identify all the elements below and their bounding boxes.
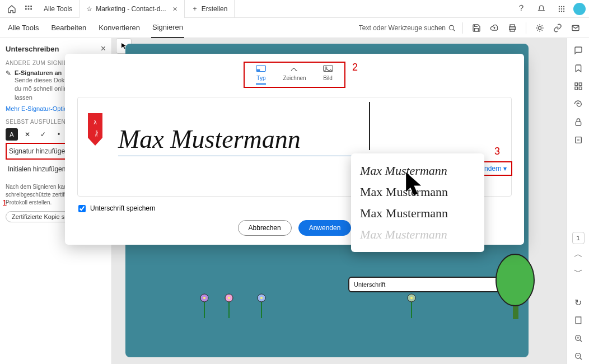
page-number[interactable]: 1 (572, 232, 585, 244)
search-input[interactable]: Text oder Werkzeuge suchen (359, 24, 456, 32)
svg-rect-38 (576, 122, 581, 125)
x-tool-icon[interactable]: ✕ (21, 128, 34, 141)
apply-button[interactable]: Anwenden (298, 220, 352, 236)
mail-icon[interactable] (569, 21, 582, 35)
signature-text[interactable]: Max Mustermann (118, 123, 450, 156)
toolbar-convert[interactable]: Konvertieren (97, 18, 141, 38)
fit-icon[interactable] (571, 312, 586, 328)
style-option[interactable]: Max Mustermann (360, 203, 475, 224)
svg-rect-34 (575, 83, 578, 86)
text-caret (369, 102, 370, 150)
chevron-down-icon[interactable]: ﹀ (571, 264, 586, 280)
send-icon: ✎ (6, 69, 11, 102)
cancel-button[interactable]: Abbrechen (238, 220, 292, 236)
svg-point-15 (449, 25, 454, 30)
textbox-tool-icon[interactable]: A (6, 128, 18, 141)
tab-label: Bild (323, 75, 333, 81)
comment-icon[interactable] (571, 43, 586, 58)
bookmark-icon[interactable] (571, 60, 586, 76)
tab-all-tools[interactable]: Alle Tools (37, 0, 80, 18)
svg-point-6 (559, 6, 560, 7)
close-icon[interactable]: × (101, 44, 106, 54)
annotation-2: 2 (352, 62, 358, 73)
field-label: Unterschrift (354, 281, 511, 288)
apps-icon[interactable] (22, 2, 35, 16)
tree-icon (493, 249, 537, 321)
save-icon[interactable] (470, 21, 483, 35)
link-icon[interactable] (551, 21, 564, 35)
cursor-icon (404, 171, 426, 198)
plus-icon: ＋ (191, 4, 198, 13)
svg-rect-3 (25, 8, 27, 10)
svg-point-9 (559, 8, 560, 9)
svg-point-11 (563, 8, 564, 9)
svg-rect-44 (258, 70, 260, 71)
thumbnails-icon[interactable] (571, 78, 586, 94)
save-signature-checkbox[interactable] (78, 205, 86, 212)
svg-point-7 (561, 6, 562, 7)
tab-create[interactable]: ＋ Erstellen (185, 0, 235, 18)
zoom-out-icon[interactable] (571, 348, 586, 364)
attach-icon[interactable] (571, 96, 586, 112)
tab-type[interactable]: Typ (256, 65, 266, 85)
check-tool-icon[interactable]: ✓ (37, 128, 49, 141)
panel-title: Unterschreiben (6, 45, 106, 53)
ai-icon[interactable] (533, 21, 546, 35)
zoom-in-icon[interactable] (571, 330, 586, 346)
cloud-icon[interactable] (488, 21, 501, 35)
tab-document[interactable]: ☆ Marketing - Contact-d... × (80, 0, 185, 18)
lock-icon[interactable] (571, 114, 586, 130)
save-signature-label: Unterschrift speichern (90, 204, 156, 212)
svg-rect-5 (30, 8, 32, 10)
svg-rect-1 (28, 6, 30, 7)
svg-point-14 (563, 10, 564, 11)
dot-tool-icon[interactable]: • (53, 128, 65, 141)
tab-label: Erstellen (202, 5, 228, 13)
flower-icon (222, 292, 236, 318)
tab-label: Typ (256, 75, 265, 81)
svg-point-46 (325, 67, 326, 68)
svg-point-28 (260, 297, 263, 299)
svg-text:Sign: Sign (95, 130, 98, 137)
svg-text:λ: λ (94, 119, 97, 125)
bell-icon[interactable] (535, 2, 548, 16)
refresh-icon[interactable]: ↻ (571, 295, 586, 310)
home-icon[interactable] (5, 2, 18, 16)
tab-draw[interactable]: Zeichnen (283, 65, 306, 85)
print-icon[interactable] (506, 21, 519, 35)
style-option[interactable]: Max Mustermann (360, 224, 475, 245)
svg-point-8 (563, 6, 564, 7)
annotation-3: 3 (494, 146, 500, 157)
avatar[interactable] (573, 3, 586, 15)
more-icon[interactable] (571, 132, 586, 148)
svg-point-10 (561, 8, 562, 9)
signature-field[interactable]: Unterschrift (348, 277, 516, 292)
window-tabbar: Alle Tools ☆ Marketing - Contact-d... × … (0, 0, 589, 18)
grid-icon[interactable] (555, 2, 568, 16)
style-popup: Max Mustermann Max Mustermann Max Muster… (351, 153, 484, 252)
tab-label: Zeichnen (283, 75, 306, 81)
flower-icon (254, 292, 269, 318)
svg-point-31 (410, 297, 413, 299)
svg-rect-35 (579, 83, 582, 86)
flower-icon (404, 292, 419, 318)
svg-point-18 (538, 26, 541, 29)
toolbar-edit[interactable]: Bearbeiten (50, 18, 87, 38)
svg-point-25 (228, 297, 230, 299)
svg-rect-37 (575, 87, 578, 90)
tab-image[interactable]: Bild (323, 65, 333, 85)
search-placeholder: Text oder Werkzeuge suchen (359, 24, 446, 32)
annotation-1: 1 (2, 198, 7, 207)
toolbar-sign[interactable]: Signieren (151, 18, 184, 38)
svg-point-13 (561, 10, 562, 11)
signature-mode-tabs: Typ Zeichnen Bild (65, 54, 524, 94)
adobe-ribbon-icon: λ Sign (88, 113, 102, 147)
close-icon[interactable]: × (173, 4, 177, 13)
help-icon[interactable]: ？ (515, 2, 528, 16)
tab-label: Alle Tools (44, 5, 72, 13)
svg-rect-4 (28, 8, 30, 10)
chevron-up-icon[interactable]: ︿ (571, 246, 586, 262)
svg-point-33 (496, 254, 534, 306)
toolbar-all-tools[interactable]: Alle Tools (7, 18, 40, 38)
right-rail: 1 ︿ ﹀ ↻ (567, 38, 589, 364)
